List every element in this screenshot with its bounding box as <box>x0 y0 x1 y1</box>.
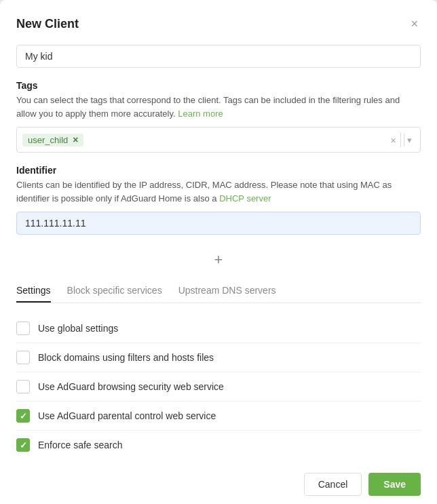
tags-dropdown-button[interactable]: ▾ <box>404 134 415 147</box>
modal-header: New Client × <box>16 16 421 31</box>
tag-label: user_child <box>28 135 68 145</box>
check-icon-parental: ✓ <box>20 412 27 421</box>
checkbox-block-domains[interactable] <box>16 351 30 364</box>
tag-badge-user-child: user_child × <box>22 134 83 147</box>
setting-label-block-domains: Block domains using filters and hosts fi… <box>38 352 214 363</box>
tags-learn-more-link[interactable]: Learn more <box>178 109 223 119</box>
setting-row-global: Use global settings <box>16 314 421 343</box>
new-client-modal: New Client × Tags You can select the tag… <box>0 0 437 504</box>
save-button[interactable]: Save <box>368 473 421 496</box>
identifier-input[interactable] <box>25 218 412 229</box>
close-button[interactable]: × <box>408 16 421 31</box>
check-icon-safe-search: ✓ <box>20 441 27 450</box>
identifier-section: Identifier Clients can be identified by … <box>16 165 421 240</box>
tab-upstream-dns[interactable]: Upstream DNS servers <box>178 279 276 303</box>
setting-label-global: Use global settings <box>38 323 118 334</box>
checkbox-browsing-security[interactable] <box>16 380 30 393</box>
identifier-description: Clients can be identified by the IP addr… <box>16 178 421 205</box>
modal-title: New Client <box>16 17 79 31</box>
dhcp-server-link[interactable]: DHCP server <box>219 193 271 203</box>
checkbox-safe-search[interactable]: ✓ <box>16 438 30 452</box>
setting-label-browsing-security: Use AdGuard browsing security web servic… <box>38 381 224 392</box>
settings-tabs: Settings Block specific services Upstrea… <box>16 279 421 303</box>
tags-divider <box>400 132 401 147</box>
cancel-button[interactable]: Cancel <box>304 473 362 496</box>
tags-actions: × ▾ <box>389 132 415 147</box>
tab-settings[interactable]: Settings <box>16 279 51 303</box>
setting-label-safe-search: Enforce safe search <box>38 440 123 450</box>
settings-list: Use global settings Block domains using … <box>16 314 421 459</box>
client-name-input[interactable] <box>16 45 421 68</box>
checkbox-global[interactable] <box>16 322 30 335</box>
setting-row-browsing-security: Use AdGuard browsing security web servic… <box>16 372 421 402</box>
identifier-section-title: Identifier <box>16 165 421 176</box>
identifier-input-row <box>16 212 421 235</box>
add-identifier-button[interactable]: + <box>209 251 229 269</box>
setting-label-parental-control: Use AdGuard parental control web service <box>38 410 216 421</box>
setting-row-safe-search: ✓ Enforce safe search <box>16 431 421 459</box>
setting-row-block-domains: Block domains using filters and hosts fi… <box>16 343 421 372</box>
setting-row-parental-control: ✓ Use AdGuard parental control web servi… <box>16 402 421 431</box>
tags-section-title: Tags <box>16 80 421 91</box>
checkbox-parental-control[interactable]: ✓ <box>16 409 30 423</box>
add-identifier-row: + <box>16 251 421 269</box>
tags-input-container: user_child × × ▾ <box>16 127 421 153</box>
tags-description: You can select the tags that correspond … <box>16 94 421 120</box>
tab-block-services[interactable]: Block specific services <box>67 279 162 303</box>
modal-footer: Cancel Save <box>16 459 421 496</box>
tags-clear-button[interactable]: × <box>389 133 398 147</box>
tag-remove-button[interactable]: × <box>71 135 79 144</box>
